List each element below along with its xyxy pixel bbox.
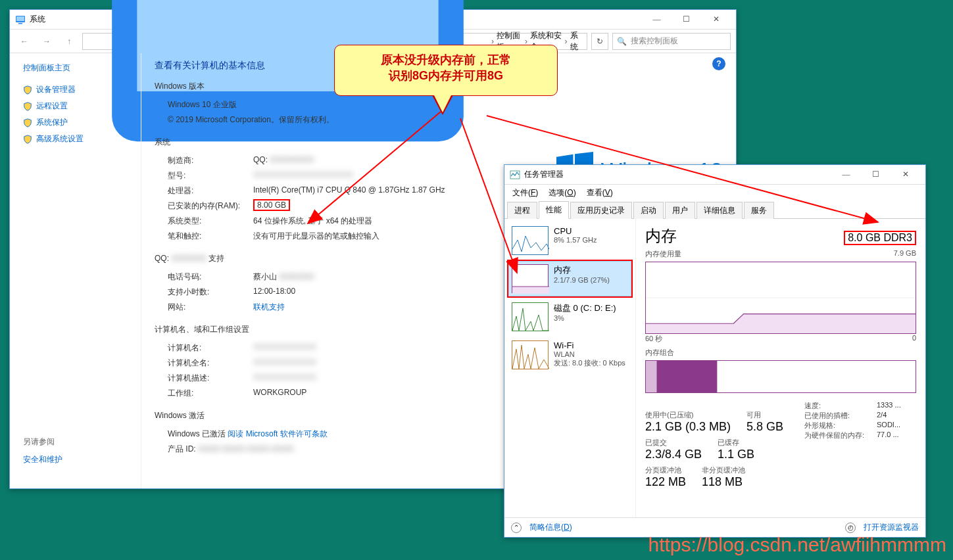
taskmgr-icon (510, 170, 520, 180)
shield-icon (23, 85, 32, 95)
see-also-label: 另请参阅 (23, 436, 128, 448)
tab-app-history[interactable]: 应用历史记录 (570, 202, 632, 219)
form-value: SODI... (877, 421, 900, 431)
collapse-icon[interactable]: ⌃ (511, 523, 522, 533)
menu-view[interactable]: 查看(V) (583, 187, 617, 198)
search-input[interactable]: 🔍 搜索控制面板 (612, 33, 731, 50)
copyright: © 2019 Microsoft Corporation。保留所有权利。 (155, 114, 334, 126)
svg-rect-6 (512, 287, 549, 294)
ram-value: 8.00 GB (253, 199, 290, 211)
system-icon (15, 14, 26, 25)
usage-label: 内存使用量 (645, 249, 681, 259)
perf-title: 内存 8.0 GB DDR3 (645, 225, 916, 246)
control-panel-home-link[interactable]: 控制面板主页 (23, 62, 128, 74)
mem-mini-chart (512, 264, 549, 293)
nonpaged-value: 118 MB (702, 475, 745, 489)
device-manager-link[interactable]: 设备管理器 (23, 82, 128, 98)
resmon-icon[interactable]: ◴ (845, 523, 856, 533)
up-button[interactable]: ↑ (60, 32, 78, 51)
axis-right: 0 (912, 334, 916, 344)
tab-processes[interactable]: 进程 (507, 202, 537, 219)
product-id: 产品 ID: 00000-00000-00000-00000 (155, 444, 293, 455)
activation-status: Windows 已激活 阅读 Microsoft 软件许可条款 (155, 429, 328, 440)
shield-icon (23, 135, 32, 144)
watermark: https://blog.csdn.net/awfiihmmmm (648, 534, 946, 556)
tab-performance[interactable]: 性能 (539, 201, 569, 219)
wifi-mini-chart (512, 340, 549, 369)
forward-button[interactable]: → (37, 32, 56, 51)
search-icon: 🔍 (617, 37, 627, 46)
help-icon[interactable]: ? (712, 57, 725, 70)
slots-value: 2/4 (877, 411, 887, 421)
task-manager-window: 任务管理器 — ☐ ✕ 文件(F) 选项(O) 查看(V) 进程 性能 应用历史… (504, 164, 926, 538)
license-link[interactable]: 阅读 Microsoft 软件许可条款 (228, 429, 327, 438)
mem-total: 8.0 GB DDR3 (844, 231, 916, 245)
svg-rect-10 (656, 361, 717, 392)
cached-value: 1.1 GB (718, 448, 754, 461)
memory-usage-chart (645, 262, 916, 334)
perf-side-list: CPU8% 1.57 GHz 内存2.1/7.9 GB (27%) 磁盘 0 (… (504, 219, 636, 517)
titlebar[interactable]: 任务管理器 — ☐ ✕ (504, 165, 925, 185)
perf-item-cpu[interactable]: CPU8% 1.57 GHz (508, 223, 631, 258)
hw-reserved-value: 77.0 ... (877, 431, 899, 440)
speed-value: 1333 ... (877, 401, 901, 411)
resmon-link[interactable]: 打开资源监视器 (864, 522, 919, 533)
avail-value: 5.8 GB (746, 420, 783, 434)
close-button[interactable]: ✕ (701, 11, 731, 29)
tab-details[interactable]: 详细信息 (696, 202, 743, 219)
perf-item-wifi[interactable]: Wi-FiWLAN发送: 8.0 接收: 0 Kbps (508, 337, 631, 373)
usage-max: 7.9 GB (894, 249, 916, 259)
brief-info-link[interactable]: 简略信息(D) (529, 522, 572, 533)
maximize-button[interactable]: ☐ (672, 11, 701, 29)
perf-item-disk[interactable]: 磁盘 0 (C: D: E:)3% (508, 299, 631, 335)
cpu-mini-chart (512, 226, 549, 255)
menu-options[interactable]: 选项(O) (545, 187, 579, 198)
perf-main: 内存 8.0 GB DDR3 内存使用量 7.9 GB 60 秒 0 内存组合 (636, 219, 925, 517)
system-protection-link[interactable]: 系统保护 (23, 114, 128, 131)
shield-icon (23, 118, 32, 128)
crumb[interactable]: 系统 (570, 30, 583, 53)
commit-value: 2.3/8.4 GB (645, 448, 702, 461)
advanced-settings-link[interactable]: 高级系统设置 (23, 131, 128, 147)
window-title: 任务管理器 (524, 169, 831, 180)
axis-left: 60 秒 (645, 334, 662, 344)
svg-rect-9 (646, 361, 656, 392)
memory-composition-chart (645, 360, 916, 393)
sidebar: 控制面板主页 设备管理器 远程设置 系统保护 高级系统设置 另请参阅 安全和维护 (10, 53, 141, 488)
section-system: 系统 (155, 137, 723, 148)
annotation-callout: 原本没升级内存前，正常 识别8G内存并可用8G (334, 45, 558, 96)
search-placeholder: 搜索控制面板 (631, 35, 678, 47)
used-value: 2.1 GB (0.3 MB) (645, 420, 731, 434)
shield-icon (23, 102, 32, 111)
tab-bar: 进程 性能 应用历史记录 启动 用户 详细信息 服务 (504, 200, 925, 219)
comp-label: 内存组合 (645, 348, 916, 358)
remote-settings-link[interactable]: 远程设置 (23, 98, 128, 114)
minimize-button[interactable]: — (831, 166, 861, 184)
svg-rect-1 (16, 16, 24, 21)
maximize-button[interactable]: ☐ (861, 166, 891, 184)
disk-mini-chart (512, 302, 549, 331)
paged-value: 122 MB (645, 475, 686, 489)
minimize-button[interactable]: — (642, 11, 672, 29)
tab-services[interactable]: 服务 (744, 202, 774, 219)
close-button[interactable]: ✕ (891, 166, 920, 184)
edition: Windows 10 企业版 (155, 99, 253, 110)
svg-rect-2 (18, 23, 22, 24)
security-maintenance-link[interactable]: 安全和维护 (23, 452, 128, 468)
menubar: 文件(F) 选项(O) 查看(V) (504, 185, 925, 200)
tab-startup[interactable]: 启动 (633, 202, 664, 219)
tab-users[interactable]: 用户 (665, 202, 695, 219)
refresh-button[interactable]: ↻ (591, 33, 608, 50)
back-button[interactable]: ← (15, 32, 34, 51)
menu-file[interactable]: 文件(F) (508, 187, 542, 198)
perf-item-memory[interactable]: 内存2.1/7.9 GB (27%) (508, 261, 631, 296)
